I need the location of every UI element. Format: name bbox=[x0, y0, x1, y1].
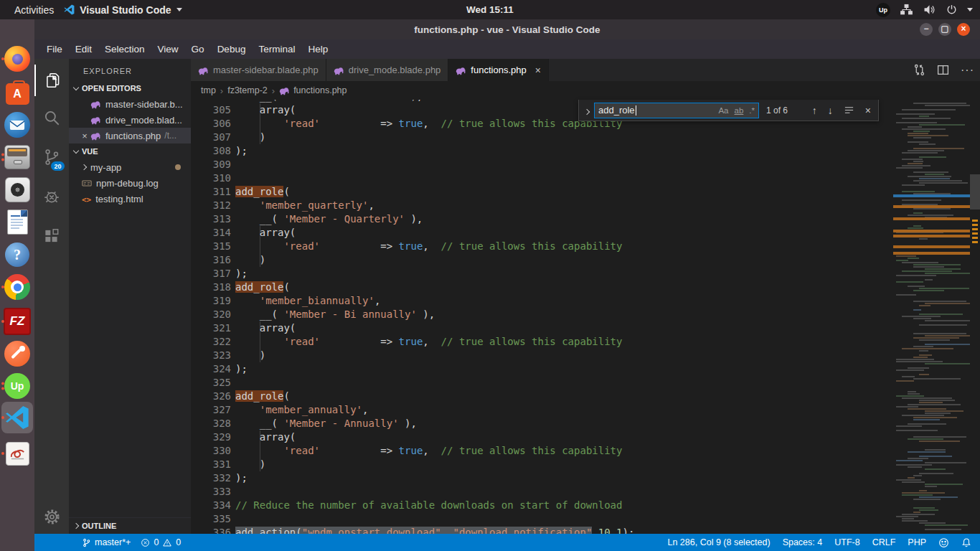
line-number: 318 bbox=[191, 281, 231, 294]
project-item-npm-debug.log[interactable]: npm-debug.log bbox=[69, 175, 191, 191]
extensions-activity-icon[interactable] bbox=[34, 220, 69, 252]
source-control-activity-icon[interactable]: 20 bbox=[34, 141, 69, 173]
find-results-count: 1 of 6 bbox=[766, 105, 788, 116]
cursor-position-status[interactable]: Ln 286, Col 9 (8 selected) bbox=[667, 537, 770, 547]
network-icon[interactable] bbox=[900, 4, 913, 16]
line-text: array( bbox=[235, 103, 296, 117]
menu-view[interactable]: View bbox=[151, 39, 185, 59]
volume-icon[interactable] bbox=[923, 4, 936, 16]
notifications-bell-icon[interactable] bbox=[961, 537, 971, 548]
split-editor-icon[interactable] bbox=[937, 64, 949, 76]
minimap[interactable] bbox=[893, 100, 970, 534]
minimap-code-line bbox=[913, 148, 964, 149]
outline-header[interactable]: OUTLINE bbox=[69, 517, 191, 534]
code-editor[interactable]: 304 __( 'Premium Subscriber' ),305 array… bbox=[191, 100, 893, 534]
minimap-code-line bbox=[919, 143, 936, 145]
dock-item-chrome[interactable] bbox=[0, 270, 34, 303]
editor-scrollbar[interactable] bbox=[970, 100, 980, 534]
code-token: , bbox=[423, 336, 428, 347]
tab-master-sidebar.blade.php[interactable]: master-sidebar.blade.php bbox=[191, 59, 326, 81]
dock-item-postman[interactable] bbox=[0, 337, 34, 370]
scrollbar-thumb[interactable] bbox=[970, 174, 980, 209]
dock-item-firefox[interactable] bbox=[0, 42, 34, 75]
find-in-selection-icon[interactable] bbox=[844, 105, 854, 116]
minimap-code-line bbox=[908, 258, 919, 259]
upwork-tray-icon[interactable]: Up bbox=[876, 3, 890, 17]
whole-word-toggle[interactable]: ab bbox=[735, 106, 744, 115]
tab-functions.php[interactable]: functions.php× bbox=[448, 59, 549, 81]
power-icon[interactable] bbox=[946, 4, 958, 16]
close-button[interactable]: × bbox=[957, 23, 970, 36]
overview-ruler-match-mark bbox=[972, 232, 978, 235]
problems-status[interactable]: 0 0 bbox=[141, 537, 181, 547]
minimap-code-line bbox=[919, 354, 932, 356]
menu-selection[interactable]: Selection bbox=[98, 39, 151, 59]
system-menu-caret-icon[interactable] bbox=[967, 8, 973, 11]
minimap-code-line bbox=[902, 518, 914, 519]
language-mode-status[interactable]: PHP bbox=[908, 537, 926, 547]
search-activity-icon[interactable] bbox=[34, 102, 69, 133]
eol-status[interactable]: CRLF bbox=[872, 537, 896, 547]
breadcrumb-item-fz3temp-2[interactable]: fz3temp-2 bbox=[227, 85, 268, 95]
minimap-code-line bbox=[896, 479, 921, 481]
menu-file[interactable]: File bbox=[40, 39, 69, 59]
open-editor-drive_mode.blad...[interactable]: drive_mode.blad... bbox=[69, 112, 191, 128]
dock-item-thunderbird[interactable] bbox=[0, 108, 34, 141]
indentation-status[interactable]: Spaces: 4 bbox=[783, 537, 823, 547]
match-case-toggle[interactable]: Aa bbox=[718, 106, 728, 115]
encoding-status[interactable]: UTF-8 bbox=[834, 537, 859, 547]
dock-item-rhythmbox[interactable] bbox=[0, 173, 34, 206]
compare-changes-icon[interactable] bbox=[913, 64, 925, 76]
open-editors-header[interactable]: OPEN EDITORS bbox=[69, 80, 191, 96]
dock-item-ubuntu-software[interactable]: A bbox=[0, 76, 34, 109]
explorer-activity-icon[interactable] bbox=[34, 65, 70, 96]
project-section-header[interactable]: VUE bbox=[69, 143, 191, 159]
dock-item-filezilla[interactable]: FZ bbox=[0, 305, 34, 338]
code-token: add_action( bbox=[235, 527, 302, 534]
code-line-308: 308); bbox=[191, 144, 893, 158]
code-line-329: 329 array( bbox=[191, 430, 893, 444]
git-branch-status[interactable]: master*+ bbox=[82, 537, 131, 547]
open-editor-master-sidebar.b...[interactable]: master-sidebar.b... bbox=[69, 96, 191, 112]
breadcrumb-item-functions.php[interactable]: functions.php bbox=[293, 85, 347, 95]
dock-item-files[interactable] bbox=[0, 141, 34, 174]
code-token: ), bbox=[405, 100, 423, 102]
menu-debug[interactable]: Debug bbox=[211, 39, 253, 59]
tab-drive_mode.blade.php[interactable]: drive_mode.blade.php bbox=[326, 59, 449, 81]
close-find-button[interactable]: × bbox=[865, 105, 871, 116]
menu-go[interactable]: Go bbox=[185, 39, 211, 59]
line-number: 324 bbox=[191, 362, 231, 376]
maximize-button[interactable]: ▢ bbox=[938, 23, 951, 36]
code-token: 'member_quarterly' bbox=[260, 199, 369, 211]
dock-item-vscode[interactable] bbox=[0, 401, 34, 434]
tab-close-icon[interactable]: × bbox=[535, 65, 541, 76]
menu-edit[interactable]: Edit bbox=[69, 39, 98, 59]
line-text: 'member_quarterly', bbox=[235, 199, 374, 212]
minimize-button[interactable]: − bbox=[920, 23, 933, 36]
project-item-my-app[interactable]: my-app bbox=[69, 159, 191, 175]
next-match-button[interactable]: ↓ bbox=[828, 105, 833, 116]
menu-terminal[interactable]: Terminal bbox=[252, 39, 301, 59]
code-token: 'Member - Bi annually' bbox=[283, 309, 416, 320]
feedback-smiley-icon[interactable] bbox=[938, 537, 949, 548]
dock-item-libreoffice-writer[interactable] bbox=[0, 205, 34, 238]
more-actions-icon[interactable]: ··· bbox=[961, 64, 974, 77]
minimap-code-line bbox=[908, 126, 922, 128]
project-item-testing.html[interactable]: <>testing.html bbox=[69, 191, 191, 207]
regex-toggle[interactable]: .* bbox=[749, 106, 755, 115]
dock-item-annotation-tool[interactable] bbox=[0, 437, 34, 470]
dock-item-upwork[interactable]: Up bbox=[0, 369, 34, 402]
previous-match-button[interactable]: ↑ bbox=[812, 105, 817, 116]
debug-activity-icon[interactable] bbox=[34, 181, 69, 212]
line-number: 331 bbox=[191, 458, 231, 471]
open-editor-functions.php[interactable]: ×functions.php/t... bbox=[69, 128, 191, 143]
toggle-replace-chevron-icon[interactable] bbox=[585, 104, 589, 117]
find-input[interactable]: add_role Aa ab .* bbox=[594, 103, 759, 118]
menu-help[interactable]: Help bbox=[301, 39, 334, 59]
breadcrumb-item-tmp[interactable]: tmp bbox=[201, 85, 216, 95]
dock-item-help[interactable]: ? bbox=[0, 238, 34, 271]
close-editor-icon[interactable]: × bbox=[79, 131, 90, 141]
clock[interactable]: Wed 15:11 bbox=[0, 4, 980, 15]
settings-gear-icon[interactable] bbox=[34, 501, 69, 532]
minimap-code-line bbox=[896, 406, 918, 408]
